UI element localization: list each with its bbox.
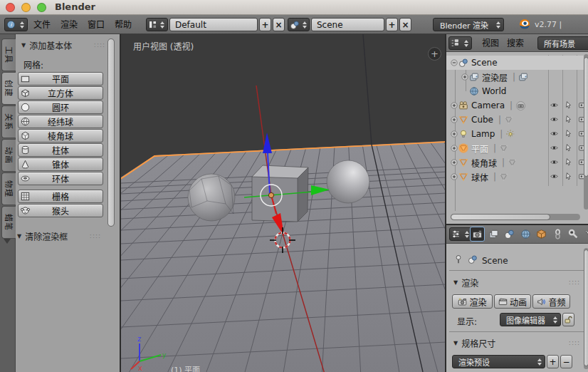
pointer-icon[interactable] [564,143,573,153]
pointer-icon[interactable] [564,100,573,110]
scene-selector[interactable] [288,18,310,31]
scene-name-field[interactable]: Scene [311,18,384,31]
expand-minus-icon[interactable] [450,58,458,67]
render-preset-dropdown[interactable]: 渲染预设 [452,355,545,368]
window-close-button[interactable] [6,3,15,12]
lock-button[interactable] [562,313,574,326]
editor-type-selector-info[interactable]: i [4,18,28,31]
render-engine-dropdown[interactable]: Blender 渲染 [433,18,504,31]
properties-tab-scene[interactable] [502,227,517,242]
eye-icon[interactable] [550,129,559,138]
icosphere-object[interactable] [188,174,235,221]
toolshelf-scrollbar-thumb[interactable] [107,38,115,227]
menu-render[interactable]: 渲染 [61,19,78,31]
panel-clear-border-header[interactable]: ▼ 清除渲染框 :::: [17,230,114,242]
tool-button-cylinder[interactable]: 柱体 [18,143,103,157]
toolshelf-tab-5[interactable]: 物理 [1,172,16,205]
pin-icon[interactable] [453,254,463,264]
panel-render-header[interactable]: ▼ 渲染 :::: [453,277,583,289]
window-maximize-button[interactable] [37,3,46,12]
add-scene-button[interactable]: + [386,18,398,31]
tool-button-uvsphere[interactable]: 经纬球 [18,115,103,128]
expand-plus-icon[interactable] [450,144,458,153]
properties-tab-modifiers[interactable] [566,227,581,242]
eye-icon[interactable] [550,157,559,167]
region-expand-button[interactable]: + [428,47,441,61]
outliner-row-Lamp[interactable]: Lamp| [446,127,588,141]
properties-scrollbar-thumb[interactable] [584,249,588,366]
panel-add-primitive-header[interactable]: ▼ 添加基本体 :::: [21,39,114,51]
expand-plus-icon[interactable] [450,172,458,181]
properties-tab-render[interactable] [470,227,485,242]
viewport-3d[interactable]: z y x 用户视图 (透视) (1) 平面 + [120,34,445,372]
toolshelf-tab-1[interactable]: 工具 [1,38,16,71]
outliner-menu-search[interactable]: 搜索 [507,37,524,50]
tool-button-cone[interactable]: 锥体 [18,157,103,171]
outliner-row-渲染层[interactable]: 渲染层| [446,70,588,84]
expand-plus-icon[interactable] [450,115,458,124]
outliner-row-World[interactable]: World [446,84,588,98]
panel-grip[interactable]: :::: [569,341,580,346]
animation-button[interactable]: 动画 [494,294,531,309]
outliner-scrollbar-h-thumb[interactable] [451,214,550,220]
properties-tab-world[interactable] [518,227,533,242]
eye-icon[interactable] [550,100,559,110]
tool-button-monkey[interactable]: 猴头 [18,204,103,217]
outliner-row-平面[interactable]: 平面| [446,141,588,155]
outliner-menu-view[interactable]: 视图 [482,37,499,50]
toolshelf-tab-4[interactable]: 动画 [1,139,16,172]
tool-button-plane[interactable]: 平面 [18,72,103,86]
expand-plus-icon[interactable] [450,101,458,110]
pointer-icon[interactable] [564,115,573,124]
properties-tab-data[interactable] [582,227,588,242]
menu-file[interactable]: 文件 [33,19,51,31]
toolshelf-tab-6[interactable]: 蜡笔 [1,206,16,239]
properties-tab-render-layers[interactable] [486,227,501,242]
properties-tab-constraints[interactable] [550,227,565,242]
add-layout-button[interactable]: + [259,18,271,31]
close-layout-button[interactable]: × [273,18,285,31]
tab-overflow-arrow-icon[interactable] [4,239,11,244]
panel-grip[interactable]: :::: [90,234,101,239]
toolshelf-tab-3[interactable]: 关系 [1,105,16,138]
close-scene-button[interactable]: × [399,18,411,31]
expand-plus-icon[interactable] [461,73,469,81]
tool-button-icosphere[interactable]: 棱角球 [18,129,103,143]
pointer-icon[interactable] [564,172,573,181]
pointer-icon[interactable] [564,157,573,167]
outliner-row-Camera[interactable]: Camera| [446,98,588,113]
audio-button[interactable]: 音频 [532,294,570,309]
panel-grip[interactable]: :::: [569,280,580,285]
screen-layout-selector[interactable] [146,18,168,31]
panel-dimensions-header[interactable]: ▼ 规格尺寸 :::: [453,337,583,349]
eye-icon[interactable] [550,143,559,153]
tool-button-circle[interactable]: 圆环 [18,100,103,114]
window-minimize-button[interactable] [21,3,31,12]
menu-help[interactable]: 帮助 [115,19,132,31]
render-button[interactable]: 渲染 [452,294,493,309]
toolshelf-tab-2[interactable]: 创建 [1,72,16,105]
outliner-scrollbar-v-thumb[interactable] [584,57,588,177]
properties-tab-object[interactable] [534,227,549,242]
outliner-row-棱角球[interactable]: 棱角球| [446,155,588,170]
expand-plus-icon[interactable] [450,158,458,167]
panel-grip[interactable]: :::: [94,43,105,48]
tool-button-torus[interactable]: 环体 [18,172,103,185]
outliner-row-Scene[interactable]: Scene [446,56,588,70]
tool-button-grid[interactable]: 栅格 [18,190,103,203]
outliner-filter-dropdown[interactable]: 所有场景 [537,36,588,50]
viewport-canvas[interactable]: z y x [121,34,445,372]
outliner-row-Cube[interactable]: Cube| [446,113,588,127]
tool-button-cube[interactable]: 立方体 [18,86,103,100]
outliner-row-球体[interactable]: 球体| [446,170,588,184]
pointer-icon[interactable] [564,129,573,138]
menu-window[interactable]: 窗口 [88,19,105,31]
eye-icon[interactable] [550,172,559,181]
remove-preset-button[interactable]: − [560,355,572,368]
uvsphere-object[interactable] [327,160,369,203]
add-preset-button[interactable]: + [547,355,559,368]
display-mode-dropdown[interactable]: 图像编辑器 [500,313,561,326]
screen-layout-name-field[interactable]: Default [169,18,258,31]
eye-icon[interactable] [550,115,559,124]
editor-type-selector-outliner[interactable] [448,36,472,50]
